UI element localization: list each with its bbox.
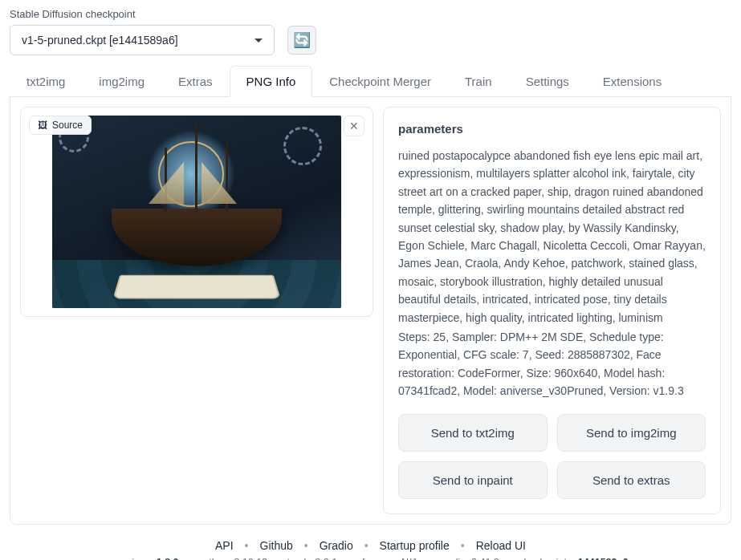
version-line: version: v1.8.0 • python: 3.10.13 • torc…	[10, 557, 731, 560]
send-to-txt2img-button[interactable]: Send to txt2img	[398, 414, 548, 452]
tab-settings[interactable]: Settings	[509, 66, 586, 97]
refresh-checkpoint-button[interactable]: 🔄	[287, 26, 316, 55]
tab-txt2img[interactable]: txt2img	[10, 66, 82, 97]
divider: •	[187, 557, 190, 560]
art-gear	[283, 127, 322, 165]
checkpoint-label: Stable Diffusion checkpoint	[10, 8, 275, 20]
footer-link-api[interactable]: API	[215, 539, 234, 552]
clear-image-button[interactable]: ✕	[344, 116, 364, 136]
tabs: txt2img img2img Extras PNG Info Checkpoi…	[10, 65, 731, 97]
footer: API • Github • Gradio • Startup profile …	[10, 525, 731, 560]
python-item: python: 3.10.13	[198, 557, 267, 560]
send-to-extras-button[interactable]: Send to extras	[557, 461, 706, 499]
gradio-item: gradio: 3.41.2	[438, 557, 499, 560]
checkpoint-value: v1-5-pruned.ckpt [e1441589a6]	[22, 34, 178, 47]
source-card: 🖼 Source ✕	[20, 107, 373, 317]
divider: •	[461, 539, 465, 552]
footer-link-reload-ui[interactable]: Reload UI	[476, 539, 526, 552]
refresh-icon: 🔄	[293, 31, 311, 49]
footer-link-gradio[interactable]: Gradio	[320, 539, 353, 552]
art-book	[112, 275, 280, 299]
tab-extensions[interactable]: Extensions	[586, 66, 678, 97]
send-to-inpaint-button[interactable]: Send to inpaint	[398, 461, 548, 499]
tab-png-info[interactable]: PNG Info	[230, 66, 313, 97]
checkpoint-select[interactable]: v1-5-pruned.ckpt [e1441589a6]	[10, 25, 275, 55]
source-label: Source	[52, 120, 83, 131]
image-icon: 🖼	[38, 120, 47, 131]
divider: •	[426, 557, 430, 560]
send-to-img2img-button[interactable]: Send to img2img	[557, 414, 706, 452]
parameters-heading: parameters	[398, 122, 706, 136]
source-badge[interactable]: 🖼 Source	[29, 116, 92, 135]
tab-img2img[interactable]: img2img	[82, 66, 161, 97]
parameters-column: parameters ruined postapocalypce abandon…	[383, 107, 721, 514]
png-info-panel: 🖼 Source ✕ parame	[10, 97, 731, 525]
version-item: version: v1.8.0	[113, 557, 179, 560]
tab-train[interactable]: Train	[448, 66, 509, 97]
uploaded-image[interactable]	[52, 116, 341, 308]
divider: •	[275, 557, 279, 560]
divider: •	[364, 539, 368, 552]
generation-params-text: Steps: 25, Sampler: DPM++ 2M SDE, Schedu…	[398, 328, 706, 400]
torch-item: torch: 2.0.1	[287, 557, 338, 560]
parameters-card: parameters ruined postapocalypce abandon…	[383, 107, 721, 514]
divider: •	[345, 557, 348, 560]
footer-link-github[interactable]: Github	[260, 539, 293, 552]
tab-checkpoint-merger[interactable]: Checkpoint Merger	[312, 66, 448, 97]
tab-extras[interactable]: Extras	[161, 66, 230, 97]
close-icon: ✕	[349, 120, 359, 132]
checkpoint-row: Stable Diffusion checkpoint v1-5-pruned.…	[10, 0, 731, 65]
footer-link-startup-profile[interactable]: Startup profile	[380, 539, 450, 552]
divider: •	[245, 539, 249, 552]
art-ship-hull	[112, 209, 282, 266]
chevron-down-icon	[254, 39, 263, 43]
checkpoint-group: Stable Diffusion checkpoint v1-5-pruned.…	[10, 8, 275, 55]
footer-links: API • Github • Gradio • Startup profile …	[10, 539, 731, 552]
divider: •	[304, 539, 308, 552]
art-mast	[195, 124, 197, 212]
send-buttons: Send to txt2img Send to img2img Send to …	[398, 400, 706, 499]
prompt-text: ruined postapocalypce abandoned fish eye…	[398, 147, 706, 327]
xformers-item: xformers: N/A	[357, 557, 418, 560]
image-column: 🖼 Source ✕	[20, 107, 373, 514]
checkpoint-item: checkpoint: e1441589a6	[519, 557, 628, 560]
divider: •	[507, 557, 511, 560]
